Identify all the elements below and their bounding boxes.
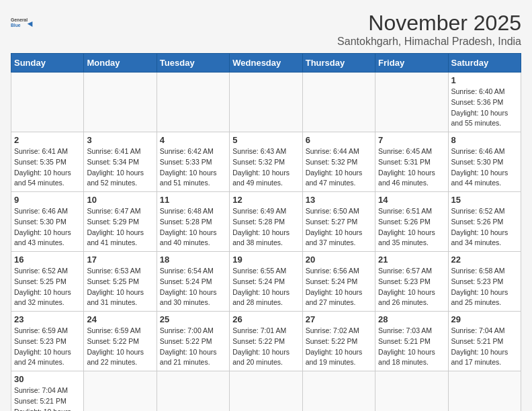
day-info: Sunrise: 7:01 AMSunset: 5:22 PMDaylight:… (232, 326, 299, 368)
day-info: Sunrise: 6:52 AMSunset: 5:25 PMDaylight:… (14, 266, 81, 308)
table-row: 18Sunrise: 6:54 AMSunset: 5:24 PMDayligh… (157, 252, 229, 312)
table-row: 7Sunrise: 6:45 AMSunset: 5:31 PMDaylight… (375, 132, 448, 192)
header-friday: Friday (375, 54, 448, 73)
day-number: 24 (87, 314, 153, 324)
day-number: 18 (160, 255, 226, 265)
table-row: 15Sunrise: 6:52 AMSunset: 5:26 PMDayligh… (448, 192, 521, 252)
table-row (302, 371, 375, 412)
day-info: Sunrise: 6:44 AMSunset: 5:32 PMDaylight:… (306, 146, 372, 189)
table-row: 6Sunrise: 6:44 AMSunset: 5:32 PMDaylight… (302, 132, 375, 192)
header-monday: Monday (84, 54, 157, 73)
day-info: Sunrise: 6:48 AMSunset: 5:28 PMDaylight:… (160, 206, 226, 248)
day-number: 14 (378, 195, 445, 205)
table-row (157, 73, 229, 132)
day-number: 11 (160, 195, 226, 205)
table-row: 25Sunrise: 7:00 AMSunset: 5:22 PMDayligh… (157, 312, 229, 371)
subtitle: Santokhgarh, Himachal Pradesh, India (337, 36, 521, 48)
table-row: 8Sunrise: 6:46 AMSunset: 5:30 PMDaylight… (448, 132, 521, 192)
day-number: 15 (451, 195, 518, 205)
day-info: Sunrise: 6:56 AMSunset: 5:24 PMDaylight:… (306, 266, 372, 308)
day-info: Sunrise: 6:58 AMSunset: 5:23 PMDaylight:… (451, 266, 518, 308)
day-info: Sunrise: 6:59 AMSunset: 5:22 PMDaylight:… (87, 326, 153, 368)
svg-text:General: General (11, 17, 28, 22)
day-info: Sunrise: 6:45 AMSunset: 5:31 PMDaylight:… (378, 146, 445, 189)
table-row: 9Sunrise: 6:46 AMSunset: 5:30 PMDaylight… (11, 192, 84, 252)
table-row: 29Sunrise: 7:04 AMSunset: 5:21 PMDayligh… (448, 312, 521, 371)
day-number: 4 (160, 135, 226, 145)
day-info: Sunrise: 6:42 AMSunset: 5:33 PMDaylight:… (160, 146, 226, 189)
day-number: 7 (378, 135, 445, 145)
table-row: 24Sunrise: 6:59 AMSunset: 5:22 PMDayligh… (84, 312, 157, 371)
table-row: 21Sunrise: 6:57 AMSunset: 5:23 PMDayligh… (375, 252, 448, 312)
day-number: 12 (232, 195, 299, 205)
calendar-row-3: 16Sunrise: 6:52 AMSunset: 5:25 PMDayligh… (11, 252, 521, 312)
table-row (302, 73, 375, 132)
day-info: Sunrise: 6:49 AMSunset: 5:28 PMDaylight:… (232, 206, 299, 248)
day-number: 20 (306, 255, 372, 265)
day-number: 26 (232, 314, 299, 324)
day-info: Sunrise: 6:40 AMSunset: 5:36 PMDaylight:… (451, 87, 518, 129)
svg-text:Blue: Blue (11, 23, 21, 28)
table-row: 20Sunrise: 6:56 AMSunset: 5:24 PMDayligh… (302, 252, 375, 312)
table-row: 11Sunrise: 6:48 AMSunset: 5:28 PMDayligh… (157, 192, 229, 252)
day-info: Sunrise: 7:04 AMSunset: 5:21 PMDaylight:… (14, 385, 81, 411)
day-info: Sunrise: 6:50 AMSunset: 5:27 PMDaylight:… (306, 206, 372, 248)
day-number: 22 (451, 255, 518, 265)
table-row: 12Sunrise: 6:49 AMSunset: 5:28 PMDayligh… (230, 192, 302, 252)
day-info: Sunrise: 6:46 AMSunset: 5:30 PMDaylight:… (14, 206, 81, 248)
table-row: 13Sunrise: 6:50 AMSunset: 5:27 PMDayligh… (302, 192, 375, 252)
table-row: 2Sunrise: 6:41 AMSunset: 5:35 PMDaylight… (11, 132, 84, 192)
table-row (375, 73, 448, 132)
table-row (11, 73, 84, 132)
day-number: 17 (87, 255, 153, 265)
table-row: 3Sunrise: 6:41 AMSunset: 5:34 PMDaylight… (84, 132, 157, 192)
day-number: 19 (232, 255, 299, 265)
day-number: 13 (306, 195, 372, 205)
day-number: 21 (378, 255, 445, 265)
table-row (230, 371, 302, 412)
weekday-header-row: Sunday Monday Tuesday Wednesday Thursday… (11, 54, 521, 73)
day-number: 28 (378, 314, 445, 324)
table-row: 14Sunrise: 6:51 AMSunset: 5:26 PMDayligh… (375, 192, 448, 252)
day-info: Sunrise: 6:41 AMSunset: 5:34 PMDaylight:… (87, 146, 153, 189)
logo-icon: General Blue (11, 11, 35, 35)
page-header: General Blue November 2025 Santokhgarh, … (11, 11, 521, 48)
day-info: Sunrise: 6:57 AMSunset: 5:23 PMDaylight:… (378, 266, 445, 308)
day-info: Sunrise: 7:03 AMSunset: 5:21 PMDaylight:… (378, 326, 445, 368)
table-row (448, 371, 521, 412)
table-row (157, 371, 229, 412)
title-block: November 2025 Santokhgarh, Himachal Prad… (337, 11, 521, 48)
day-info: Sunrise: 6:55 AMSunset: 5:24 PMDaylight:… (232, 266, 299, 308)
day-number: 3 (87, 135, 153, 145)
day-info: Sunrise: 6:43 AMSunset: 5:32 PMDaylight:… (232, 146, 299, 189)
table-row (84, 73, 157, 132)
calendar: Sunday Monday Tuesday Wednesday Thursday… (11, 53, 521, 411)
header-sunday: Sunday (11, 54, 84, 73)
day-number: 1 (451, 75, 518, 85)
table-row: 10Sunrise: 6:47 AMSunset: 5:29 PMDayligh… (84, 192, 157, 252)
table-row: 19Sunrise: 6:55 AMSunset: 5:24 PMDayligh… (230, 252, 302, 312)
table-row: 22Sunrise: 6:58 AMSunset: 5:23 PMDayligh… (448, 252, 521, 312)
day-info: Sunrise: 7:00 AMSunset: 5:22 PMDaylight:… (160, 326, 226, 368)
header-thursday: Thursday (302, 54, 375, 73)
day-number: 25 (160, 314, 226, 324)
day-number: 6 (306, 135, 372, 145)
day-info: Sunrise: 6:41 AMSunset: 5:35 PMDaylight:… (14, 146, 81, 189)
table-row: 17Sunrise: 6:53 AMSunset: 5:25 PMDayligh… (84, 252, 157, 312)
table-row (375, 371, 448, 412)
day-info: Sunrise: 6:52 AMSunset: 5:26 PMDaylight:… (451, 206, 518, 248)
header-wednesday: Wednesday (230, 54, 302, 73)
day-info: Sunrise: 6:47 AMSunset: 5:29 PMDaylight:… (87, 206, 153, 248)
table-row: 5Sunrise: 6:43 AMSunset: 5:32 PMDaylight… (230, 132, 302, 192)
table-row: 26Sunrise: 7:01 AMSunset: 5:22 PMDayligh… (230, 312, 302, 371)
table-row: 1Sunrise: 6:40 AMSunset: 5:36 PMDaylight… (448, 73, 521, 132)
table-row: 28Sunrise: 7:03 AMSunset: 5:21 PMDayligh… (375, 312, 448, 371)
table-row: 16Sunrise: 6:52 AMSunset: 5:25 PMDayligh… (11, 252, 84, 312)
day-info: Sunrise: 6:51 AMSunset: 5:26 PMDaylight:… (378, 206, 445, 248)
day-number: 30 (14, 374, 81, 384)
day-number: 29 (451, 314, 518, 324)
day-number: 8 (451, 135, 518, 145)
day-number: 16 (14, 255, 81, 265)
header-tuesday: Tuesday (157, 54, 229, 73)
logo: General Blue (11, 11, 35, 35)
